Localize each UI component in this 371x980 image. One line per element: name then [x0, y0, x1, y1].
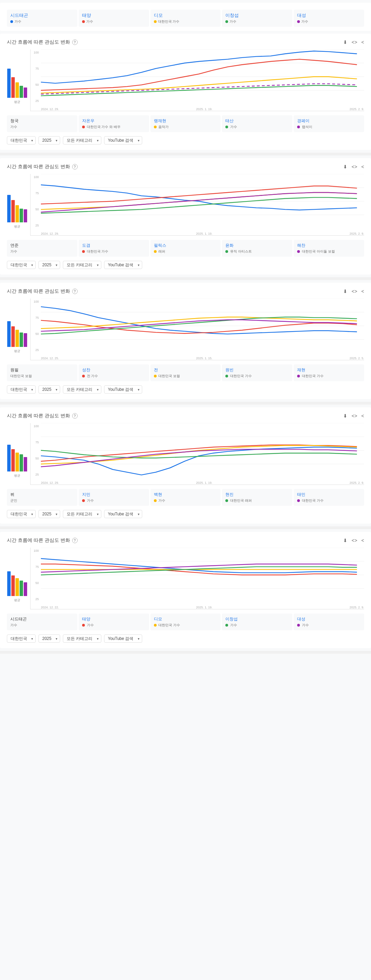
year-filter[interactable]: 2025: [38, 136, 60, 145]
person-name[interactable]: 대성: [297, 616, 361, 622]
category-filter[interactable]: 모든 카테고리: [63, 261, 101, 269]
platform-filter-select[interactable]: YouTube 검색: [104, 510, 142, 518]
platform-filter[interactable]: YouTube 검색: [104, 635, 142, 643]
top-person-card-3[interactable]: 이창섭 가수: [222, 10, 292, 27]
person-name[interactable]: 태양: [82, 616, 146, 622]
top-person-card-0[interactable]: 시드태곤 가수: [7, 10, 77, 27]
year-filter-select[interactable]: 2025: [38, 635, 60, 643]
person-name[interactable]: 태양: [82, 12, 146, 19]
year-filter[interactable]: 2025: [38, 510, 60, 518]
person-name[interactable]: 랭재현: [154, 118, 217, 124]
country-filter[interactable]: 대한민국: [7, 261, 36, 269]
person-card-2[interactable]: 백현 가수: [150, 489, 221, 506]
person-card-4[interactable]: 재현 대한민국 가수: [294, 364, 364, 381]
question-icon[interactable]: ?: [72, 538, 78, 543]
platform-filter[interactable]: YouTube 검색: [104, 385, 142, 394]
country-filter-select[interactable]: 대한민국: [7, 510, 36, 518]
share-icon[interactable]: <: [361, 40, 364, 45]
person-card-1[interactable]: 지민 가수: [79, 489, 149, 506]
category-filter-select[interactable]: 모든 카테고리: [63, 510, 101, 518]
category-filter-select[interactable]: 모든 카테고리: [63, 136, 101, 145]
platform-filter-select[interactable]: YouTube 검색: [104, 136, 142, 145]
person-name[interactable]: 원빈: [225, 367, 289, 373]
top-person-card-1[interactable]: 태양 가수: [79, 10, 149, 27]
person-card-3[interactable]: 원빈 대한민국 가수: [222, 364, 292, 381]
person-name[interactable]: 경페이: [297, 118, 361, 124]
person-name[interactable]: 디모: [154, 12, 217, 19]
category-filter-select[interactable]: 모든 카테고리: [63, 635, 101, 643]
person-name[interactable]: 자온우: [82, 118, 146, 124]
person-card-2[interactable]: 랭재현 음악가: [150, 115, 221, 132]
person-card-2[interactable]: 전 대한민국 보컬: [150, 364, 221, 381]
platform-filter[interactable]: YouTube 검색: [104, 261, 142, 269]
person-name[interactable]: 윤화: [225, 243, 289, 248]
category-filter[interactable]: 모든 카테고리: [63, 385, 101, 394]
share-icon[interactable]: <: [361, 413, 364, 418]
person-card-1[interactable]: 태양 가수: [79, 614, 149, 630]
year-filter-select[interactable]: 2025: [38, 385, 60, 394]
share-icon[interactable]: <: [361, 289, 364, 294]
platform-filter-select[interactable]: YouTube 검색: [104, 385, 142, 394]
person-name[interactable]: 뷔: [10, 492, 74, 498]
person-name[interactable]: 태민: [297, 492, 361, 498]
country-filter-select[interactable]: 대한민국: [7, 385, 36, 394]
top-person-card-4[interactable]: 대성 가수: [294, 10, 364, 27]
embed-icon[interactable]: <>: [352, 413, 357, 418]
person-name[interactable]: 이창섭: [225, 12, 289, 19]
category-filter[interactable]: 모든 카테고리: [63, 510, 101, 518]
country-filter[interactable]: 대한민국: [7, 385, 36, 394]
person-card-3[interactable]: 이창섭 가수: [222, 614, 292, 630]
person-card-3[interactable]: 태산 가수: [222, 115, 292, 132]
person-name[interactable]: 대성: [297, 12, 361, 19]
person-card-2[interactable]: 필릭스 래퍼: [150, 240, 221, 257]
person-card-1[interactable]: 자온우 대한민국 가수 와 배우: [79, 115, 149, 132]
person-name[interactable]: 지민: [82, 492, 146, 498]
year-filter[interactable]: 2025: [38, 635, 60, 643]
category-filter-select[interactable]: 모든 카테고리: [63, 385, 101, 394]
year-filter-select[interactable]: 2025: [38, 510, 60, 518]
person-name[interactable]: 디모: [154, 616, 217, 622]
download-icon[interactable]: ⬇: [343, 164, 347, 170]
person-card-0[interactable]: 연준 가수: [7, 240, 77, 257]
year-filter[interactable]: 2025: [38, 385, 60, 394]
person-card-4[interactable]: 경페이 랩석이: [294, 115, 364, 132]
person-name[interactable]: 필릭스: [154, 243, 217, 248]
country-filter-select[interactable]: 대한민국: [7, 136, 36, 145]
person-name[interactable]: 전: [154, 367, 217, 373]
question-icon[interactable]: ?: [72, 413, 78, 418]
platform-filter-select[interactable]: YouTube 검색: [104, 635, 142, 643]
person-card-0[interactable]: 청국 가수: [7, 115, 77, 132]
platform-filter[interactable]: YouTube 검색: [104, 136, 142, 145]
country-filter[interactable]: 대한민국: [7, 510, 36, 518]
embed-icon[interactable]: <>: [352, 164, 357, 170]
person-name[interactable]: 이창섭: [225, 616, 289, 622]
country-filter[interactable]: 대한민국: [7, 635, 36, 643]
year-filter-select[interactable]: 2025: [38, 136, 60, 145]
category-filter[interactable]: 모든 카테고리: [63, 635, 101, 643]
person-card-2[interactable]: 디모 대한민국 가수: [150, 614, 221, 630]
top-person-card-2[interactable]: 디모 대한민국 가수: [150, 10, 221, 27]
person-name[interactable]: 시드태곤: [10, 12, 74, 19]
download-icon[interactable]: ⬇: [343, 413, 347, 418]
year-filter[interactable]: 2025: [38, 261, 60, 269]
person-card-4[interactable]: 대성 가수: [294, 614, 364, 630]
person-card-4[interactable]: 해찬 대한민국 아이돌 보컬: [294, 240, 364, 257]
embed-icon[interactable]: <>: [352, 289, 357, 294]
person-card-1[interactable]: 성찬 전 가수: [79, 364, 149, 381]
person-card-0[interactable]: 원필 대한민국 보컬: [7, 364, 77, 381]
person-name[interactable]: 연준: [10, 243, 74, 248]
year-filter-select[interactable]: 2025: [38, 261, 60, 269]
person-name[interactable]: 청국: [10, 118, 74, 124]
person-card-0[interactable]: 뷔 군인: [7, 489, 77, 506]
person-name[interactable]: 원필: [10, 367, 74, 373]
person-name[interactable]: 백현: [154, 492, 217, 498]
platform-filter-select[interactable]: YouTube 검색: [104, 261, 142, 269]
person-name[interactable]: 재현: [297, 367, 361, 373]
category-filter[interactable]: 모든 카테고리: [63, 136, 101, 145]
person-name[interactable]: 태산: [225, 118, 289, 124]
person-card-1[interactable]: 도겸 대한민국 가수: [79, 240, 149, 257]
download-icon[interactable]: ⬇: [343, 289, 347, 294]
person-name[interactable]: 현진: [225, 492, 289, 498]
person-card-0[interactable]: 시드태곤 가수: [7, 614, 77, 630]
country-filter-select[interactable]: 대한민국: [7, 261, 36, 269]
